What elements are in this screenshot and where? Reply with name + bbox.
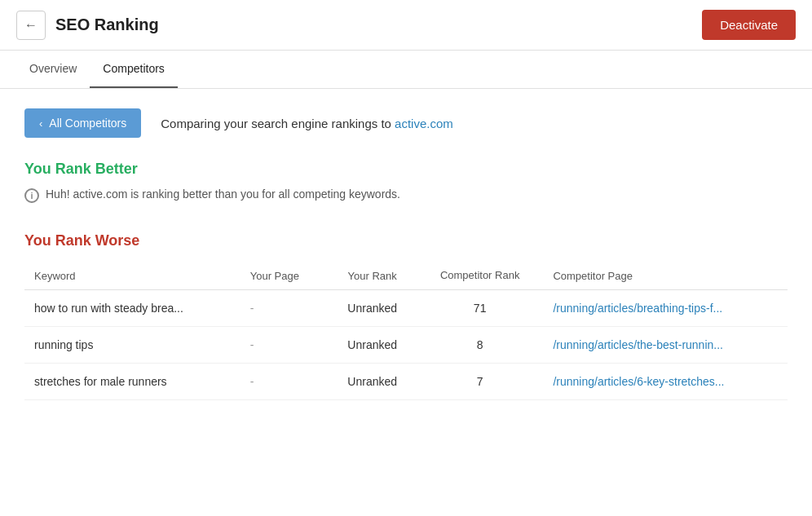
competitor-domain-link[interactable]: active.com [395,117,453,130]
competitor-page-link[interactable]: /running/articles/6-key-stretches... [553,375,724,388]
deactivate-button[interactable]: Deactivate [702,10,796,40]
competitor-page-link[interactable]: /running/articles/the-best-runnin... [553,338,723,351]
col-competitor-page: Competitor Page [543,262,788,289]
page-title: SEO Ranking [55,15,159,34]
cell-your-rank: Unranked [329,326,417,363]
info-icon: i [24,188,39,203]
all-competitors-label: All Competitors [49,117,126,130]
cell-competitor-rank: 71 [417,289,544,326]
col-competitor-rank: Competitor Rank [417,262,544,289]
comparing-text: Comparing your search engine rankings to… [161,117,453,130]
cell-your-rank: Unranked [329,363,417,399]
top-bar: ‹ All Competitors Comparing your search … [24,108,788,138]
comparing-prefix: Comparing your search engine rankings to [161,117,391,130]
tab-competitors[interactable]: Competitors [90,51,177,88]
cell-competitor-page[interactable]: /running/articles/6-key-stretches... [543,363,788,399]
cell-your-page: - [241,326,329,363]
rank-worse-title: You Rank Worse [24,232,788,249]
competitor-page-link[interactable]: /running/articles/breathing-tips-f... [553,302,722,315]
col-your-page: Your Page [241,262,329,289]
info-message: Huh! active.com is ranking better than y… [46,187,400,201]
table-row: stretches for male runners - Unranked 7 … [24,363,788,399]
cell-your-page: - [241,363,329,399]
cell-competitor-page[interactable]: /running/articles/breathing-tips-f... [543,289,788,326]
rank-worse-table: Keyword Your Page Your Rank Competitor R… [24,262,788,400]
table-row: running tips - Unranked 8 /running/artic… [24,326,788,363]
main-content: ‹ All Competitors Comparing your search … [0,89,812,436]
page-header: ← SEO Ranking Deactivate [0,0,812,51]
back-button[interactable]: ← [16,11,46,40]
nav-tabs: Overview Competitors [0,51,812,89]
cell-your-page: - [241,289,329,326]
cell-keyword: running tips [24,326,241,363]
cell-keyword: how to run with steady brea... [24,289,241,326]
back-icon: ← [24,18,38,33]
col-your-rank: Your Rank [329,262,417,289]
col-keyword: Keyword [24,262,241,289]
header-left: ← SEO Ranking [16,11,159,40]
cell-your-rank: Unranked [329,289,417,326]
cell-competitor-rank: 7 [417,363,544,399]
table-row: how to run with steady brea... - Unranke… [24,289,788,326]
rank-better-section: You Rank Better i Huh! active.com is ran… [24,161,788,203]
table-header-row: Keyword Your Page Your Rank Competitor R… [24,262,788,289]
tab-overview[interactable]: Overview [16,51,90,88]
cell-competitor-rank: 8 [417,326,544,363]
cell-competitor-page[interactable]: /running/articles/the-best-runnin... [543,326,788,363]
info-row: i Huh! active.com is ranking better than… [24,187,788,203]
all-competitors-button[interactable]: ‹ All Competitors [24,108,141,138]
rank-worse-section: You Rank Worse Keyword Your Page Your Ra… [24,232,788,400]
rank-better-title: You Rank Better [24,161,788,178]
cell-keyword: stretches for male runners [24,363,241,399]
chevron-left-icon: ‹ [39,117,42,130]
